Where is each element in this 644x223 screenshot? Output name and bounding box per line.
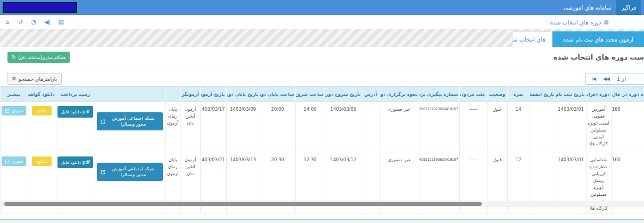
certificate-button[interactable]: دانلود <box>32 106 52 115</box>
receipt-button-label: دانلود فایل pdf <box>61 109 89 114</box>
breadcrumb[interactable]: ▦ دوره های انتخاب شده <box>550 15 609 29</box>
prev-page-button[interactable]: ◀◀ <box>603 76 609 81</box>
cell-examiner: آزمون آنلاین دان <box>180 102 200 152</box>
undo-icon[interactable]: ↺ <box>18 19 23 25</box>
user-name-redacted-box <box>3 2 77 13</box>
column-header-tracking: شماره پیگیری پرداخت <box>419 87 459 102</box>
tab-reexam-registrations[interactable]: آزمون مجدد های ثبت نام شده <box>552 31 644 47</box>
topbar-menu: فراگیر سامانه های آموزشی <box>564 0 641 15</box>
sync-icon: ↻ <box>12 55 16 60</box>
cell-status: قبول <box>487 102 507 152</box>
cell-social: شبکه اجتماعی آموزش محور ویسالرا <box>95 102 165 152</box>
cell-certificate: دانلود <box>28 102 56 152</box>
cell-start_time: 14:00 <box>295 102 325 152</box>
courses-table: ه دوره در حال اجرادوره اجراییتاریخ ثبت ن… <box>0 86 644 213</box>
external-link-icon <box>101 170 105 175</box>
column-header-course: دوره اجرایی <box>586 87 611 102</box>
cell-method: غیر حضوری <box>379 102 419 152</box>
receipt-button-label: دانلود فایل pdf <box>61 160 89 165</box>
home-icon[interactable]: ⌂ <box>4 19 10 25</box>
certificate-button-label: دانلود <box>37 159 47 164</box>
table-row: 160آموزش عمومی ایمنی (ویژه مسئولین ایمنی… <box>0 102 644 152</box>
list-icon[interactable]: ▤ <box>58 19 64 25</box>
certificate-button[interactable]: دانلود <box>32 156 52 166</box>
column-header-exam_date: تاریخ آزمون <box>200 87 226 102</box>
sync-button[interactable]: ↻ همگام سازی(سامانه دان) <box>7 52 70 63</box>
role-badge[interactable]: فراگیر <box>616 0 641 15</box>
column-header-end_date: تاریخ پایان دوره <box>226 87 260 102</box>
cell-exam_date: 1403/03/17 <box>200 102 226 152</box>
more-button-label: مجری <box>12 108 23 113</box>
top-navbar: فراگیر سامانه های آموزشی <box>0 0 644 15</box>
search-parameters-label: پارامترهای جستجو <box>19 76 57 82</box>
cell-start_date: 1403/03/05 <box>325 102 362 152</box>
pagination: |◀ ◀◀ از 1 <box>585 73 644 85</box>
column-header-reg_date: تاریخ ثبت نام <box>556 87 586 102</box>
toolbar-icons: ⌂↺◔|◀▤ <box>4 15 64 29</box>
column-header-start_date: تاریخ شروع دوره <box>325 87 362 102</box>
more-button[interactable]: مجری <box>2 106 26 115</box>
courses-table-wrap: ه دوره در حال اجرادوره اجراییتاریخ ثبت ن… <box>0 86 644 213</box>
table-header-row: ه دوره در حال اجرادوره اجراییتاریخ ثبت ن… <box>0 87 644 102</box>
column-header-receipt: رسید پرداخت <box>56 87 95 102</box>
cell-exam_status: پایان زمان آزمون <box>165 102 180 152</box>
column-header-more: بیشتر <box>0 87 28 102</box>
tab-band: آزمون مجدد های ثبت نام شده های انتخاب شد… <box>0 29 644 47</box>
column-header-exam_status <box>165 87 180 102</box>
breadcrumb-label: دوره های انتخاب شده <box>550 19 601 26</box>
brand-title[interactable]: سامانه های آموزشی <box>564 4 612 11</box>
grid-icon: ▦ <box>604 19 609 25</box>
cell-reg_date: 1403/03/01 <box>556 102 586 152</box>
toolbar: ⌂↺◔|◀▤ ▦ دوره های انتخاب شده <box>0 15 644 29</box>
external-link-icon <box>5 159 10 164</box>
skip-start-icon[interactable]: |◀ <box>44 19 51 25</box>
column-header-examiner: آزمونگر <box>180 87 200 102</box>
cell-more: مجری <box>0 102 28 152</box>
column-header-address: آدرس <box>362 87 379 102</box>
cell-running_no: 160 <box>611 102 644 152</box>
cell-expire <box>530 102 556 152</box>
page-of-label: از 1 <box>617 76 626 82</box>
external-link-icon <box>5 109 10 113</box>
social-button-label: شبکه اجتماعی آموزش محور ویسالرا <box>108 115 159 127</box>
cell-tracking: 498087052112023900419187 <box>419 102 459 152</box>
certificate-button-label: دانلود <box>37 108 47 113</box>
column-header-certificate: دانلود گواهینامه <box>28 87 56 102</box>
main-content: ↻ همگام سازی(سامانه دان) ست دوره های انت… <box>0 47 644 223</box>
more-button[interactable]: مجری <box>2 156 26 166</box>
receipt-button[interactable]: دانلود فایل pdf <box>57 156 93 168</box>
sync-button-label: همگام سازی(سامانه دان) <box>18 55 65 60</box>
horizontal-scrollbar-thumb[interactable] <box>4 202 482 206</box>
column-header-method: نحوه برگزاری دوره <box>379 87 419 102</box>
column-header-expire: تاریخ انقضا <box>530 87 556 102</box>
tabs: آزمون مجدد های ثبت نام شده های انتخاب شد… <box>512 31 644 47</box>
column-header-fail_reason: علت مردودی <box>459 87 487 102</box>
receipt-button[interactable]: دانلود فایل pdf <box>57 106 93 118</box>
tab-selected-courses[interactable]: های انتخاب شده <box>512 31 552 47</box>
cell-fail_reason: ----- <box>459 102 487 152</box>
first-page-button[interactable]: |◀ <box>591 76 596 81</box>
social-button-label: شبکه اجتماعی آموزش محور ویسالرا <box>108 166 159 178</box>
column-header-status: وضعیت <box>487 87 507 102</box>
more-button-label: مجری <box>12 159 23 164</box>
history-icon[interactable]: ◔ <box>31 19 37 25</box>
cell-address <box>362 102 379 152</box>
horizontal-scrollbar-track[interactable] <box>0 201 644 207</box>
gear-icon: ⚙ <box>12 76 16 81</box>
column-header-end_time: ساعت پایان دوره <box>260 87 295 102</box>
page-title: ست دوره های انتخاب شده <box>554 53 644 61</box>
external-link-icon <box>101 119 105 124</box>
cell-course: آموزش عمومی ایمنی (ویژه مسئولین ایمنی کا… <box>586 102 611 152</box>
cell-score: 14 <box>507 102 530 152</box>
column-header-social <box>95 87 165 102</box>
footer-strip <box>0 220 644 223</box>
search-parameters-button[interactable]: ⚙ پارامترهای جستجو <box>7 73 62 85</box>
column-header-running_no: ه دوره در حال اجرا <box>611 87 644 102</box>
cell-receipt: دانلود فایل pdf <box>56 102 95 152</box>
social-button[interactable]: شبکه اجتماعی آموزش محور ویسالرا <box>97 112 163 130</box>
social-button[interactable]: شبکه اجتماعی آموزش محور ویسالرا <box>97 163 163 181</box>
column-header-start_time: ساعت شروع دوره <box>295 87 325 102</box>
app-root: { "topbar": { "brand": "سامانه های آموزش… <box>0 0 644 223</box>
column-header-score: نمره <box>507 87 530 102</box>
cell-end_time: 20:00 <box>260 102 295 152</box>
